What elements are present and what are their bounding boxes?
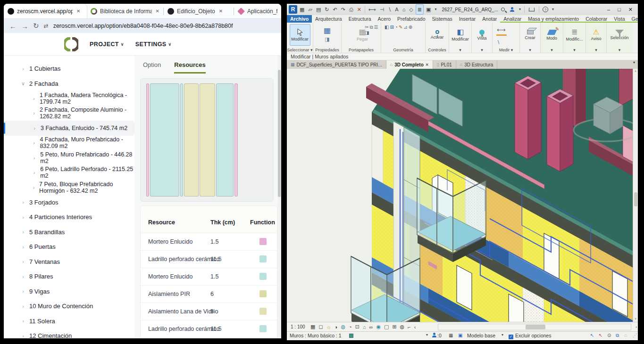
table-row[interactable]: Ladrillo perforado cerámico 11.5 (141, 251, 277, 268)
temporary-hide-icon[interactable]: ∞ (368, 324, 375, 330)
reload-button[interactable]: ↻ (33, 22, 39, 30)
panel-caret[interactable]: ▾ (520, 47, 540, 53)
detail-line-icon[interactable]: ∖ (386, 5, 393, 14)
resize-grip[interactable]: ⋰ (631, 333, 638, 338)
revit-logo[interactable]: R (289, 5, 297, 14)
scroll-up-icon[interactable]: ˄ (633, 69, 638, 74)
switch-windows-icon[interactable]: ▣ (425, 5, 432, 14)
select-pinned-toggle-icon[interactable]: ⊙ (606, 333, 612, 338)
sidebar-item-puertas[interactable]: ›6 Puertas (4, 239, 134, 254)
join-geometry-icon[interactable]: ⊞ (389, 25, 394, 30)
scrollbar-thumb[interactable] (634, 192, 637, 206)
copy-icon[interactable]: ⧉ (369, 25, 373, 30)
caret-down-icon[interactable]: ▾ (433, 5, 438, 14)
vertical-scrollbar[interactable]: ˄ ˅ (633, 69, 638, 322)
maximize-button[interactable]: □ (614, 7, 624, 12)
scrollbar-thumb[interactable] (526, 325, 545, 329)
edit-profile-button[interactable]: Modo (542, 24, 562, 46)
workset-sync-icon[interactable]: ▣ (457, 333, 464, 338)
help-icon[interactable]: ? (543, 7, 548, 12)
horizontal-scrollbar[interactable] (438, 324, 631, 330)
panel-caret[interactable]: ▾ (563, 47, 585, 53)
caret-down-icon[interactable]: ▾ (551, 5, 555, 14)
tab-anotar[interactable]: Anotar (479, 15, 500, 23)
selection-box-icon[interactable]: ▢ (382, 324, 390, 330)
drag-on-selection-toggle-icon[interactable]: ◌ (623, 333, 628, 338)
scroll-left-icon[interactable]: ‹ (412, 324, 418, 330)
reveal-hidden-icon[interactable]: ◉ (375, 324, 383, 330)
view-tab-3d-estructura[interactable]: ⌂ 3D Estructura (456, 60, 498, 69)
close-icon[interactable]: ✕ (426, 63, 429, 67)
create-button[interactable]: Crear (520, 24, 541, 46)
panel-caret[interactable]: ▾ (449, 47, 471, 53)
active-workset-select[interactable]: Modelo base (467, 333, 495, 338)
table-row[interactable]: Aislamiento Lana de Vidrio 6 (141, 303, 277, 320)
nav-settings[interactable]: SETTINGS ∨ (135, 41, 172, 48)
modify-wall-layers-button[interactable]: ≣ Modific... (564, 24, 585, 46)
diagonal-measure-icon[interactable]: ∖ (496, 40, 500, 45)
browser-tab[interactable]: Biblioteca de Información ✕ (87, 4, 163, 18)
tab-acero[interactable]: Acero (375, 15, 394, 23)
sync-icon[interactable]: ↻ (323, 5, 330, 14)
sidebar-subitem-selected[interactable]: ›3 Fachada, Enlucido - 745.74 m2 (4, 121, 134, 136)
exclude-options-checkbox[interactable]: ✓Excluir opciones (509, 333, 551, 339)
cut-geometry-icon[interactable]: ◧ (384, 25, 389, 30)
displaced-elements-icon[interactable]: ◍ (398, 324, 406, 330)
caret-down-icon[interactable]: ▾ (500, 333, 505, 337)
revit-3d-view[interactable] (287, 69, 638, 322)
view-tab-dcf[interactable]: ▦ DCF_Superficies_PUERTAS TIPO PRI... (287, 60, 386, 69)
selection-filter-button[interactable]: Selección (609, 24, 630, 46)
table-row[interactable]: Aislamiento PIR 6 (141, 286, 277, 303)
paint-icon[interactable]: ✎ (398, 25, 403, 30)
select-by-face-toggle-icon[interactable]: ⧉ (614, 333, 620, 338)
properties-board-icon[interactable]: ▦ (298, 5, 306, 14)
sidebar-subitem[interactable]: ›1 Fachada, Madera Tecnológica - 1799.74… (4, 91, 134, 106)
panel-caret[interactable]: ▾ (586, 47, 606, 53)
match-type-icon[interactable]: ☰ (374, 25, 379, 30)
tab-option[interactable]: Option (143, 61, 161, 74)
panel-label-seleccionar[interactable]: Seleccionar ▾ (287, 47, 313, 53)
shadows-icon[interactable]: ◑ (333, 324, 339, 330)
scrollbar-thumb[interactable] (278, 70, 281, 197)
select-links-toggle-icon[interactable]: ↖ (589, 333, 595, 338)
tab-resources[interactable]: Resources (174, 61, 205, 74)
panel-caret[interactable]: ▾ (541, 47, 563, 53)
open-icon[interactable]: ▱ (307, 5, 313, 14)
modify-button[interactable]: Modificar (290, 24, 310, 46)
render-icon[interactable]: ◍ (339, 324, 347, 330)
tab-prefabricado[interactable]: Prefabricado (394, 15, 429, 23)
scroll-right-icon[interactable]: › (636, 325, 637, 329)
default-3d-view-icon[interactable]: ⌂ (401, 5, 407, 14)
crop-region-icon[interactable]: ⊡ (353, 324, 361, 330)
undo-icon[interactable]: ↶ (332, 5, 339, 14)
close-icon[interactable]: ✕ (219, 8, 223, 14)
redo-icon[interactable]: ↷ (340, 5, 347, 14)
measure-icon[interactable]: ⟷ (367, 5, 377, 14)
caret-down-icon[interactable]: ▾ (425, 333, 429, 337)
tab-insertar[interactable]: Insertar (456, 15, 479, 23)
tab-archivo[interactable]: Archivo (287, 15, 312, 23)
browser-tab-active[interactable]: zeroscm.vercel.app/option/eb8 ✕ (4, 4, 87, 18)
editable-only-control[interactable]: :0 (432, 333, 442, 338)
scale-control[interactable]: 1 : 100 (287, 324, 309, 329)
table-row[interactable]: Mortero Enlucido 1.5 (141, 233, 277, 251)
sidebar-item-vigas[interactable]: ›9 Vigas (4, 284, 134, 299)
account-icon[interactable] (510, 10, 514, 12)
view-tab-3d-completo[interactable]: ⌂ 3D Completo ✕ (386, 60, 433, 69)
detail-level-icon[interactable]: ▦ (309, 324, 317, 330)
panel-caret[interactable]: ▾ (607, 47, 632, 53)
modify-wall-button[interactable]: ◧ Modificar (450, 24, 471, 46)
locked-3d-icon[interactable]: ⌂ (361, 324, 368, 330)
sidebar-item-fachada[interactable]: ∨2 Fachada (4, 76, 134, 91)
view-tab-pl01[interactable]: ▯ PL01 (433, 60, 456, 69)
model-canvas[interactable]: ˄ ˅ (287, 69, 638, 322)
cope-icon[interactable]: ⊕ (408, 25, 413, 30)
activate-controls-button[interactable]: Activar (427, 24, 448, 46)
panel-label-portapapeles[interactable]: Portapapeles (342, 47, 381, 53)
store-cart-icon[interactable] (529, 8, 535, 11)
sidebar-item-ventanas[interactable]: ›7 Ventanas (4, 254, 134, 270)
sidebar-subitem[interactable]: ›6 Peto, Ladrillo Perforado - 2115.25 m2 (4, 165, 134, 180)
aligned-dimension-icon[interactable]: ⊣ (378, 5, 386, 14)
split-face-icon[interactable]: ◔ (394, 25, 398, 30)
sidebar-subitem[interactable]: ›4 Fachada, Muro Prefabricado - 832.09 m… (4, 136, 134, 151)
